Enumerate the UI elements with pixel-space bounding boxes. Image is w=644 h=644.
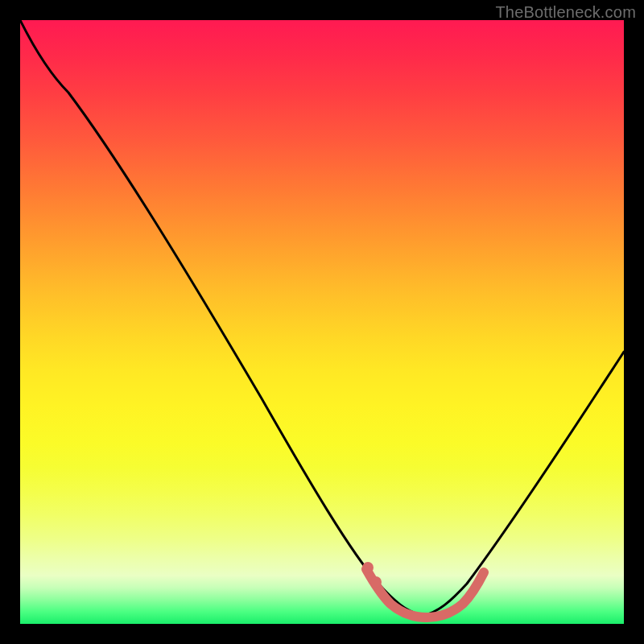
- curve-main: [20, 20, 624, 616]
- highlight-dot-icon: [370, 576, 382, 588]
- chart-svg: [20, 20, 624, 624]
- highlight-dot-icon: [362, 562, 374, 573]
- curve-highlight: [366, 569, 484, 617]
- chart-frame: TheBottleneck.com: [0, 0, 644, 644]
- chart-plot-area: [20, 20, 624, 624]
- watermark-text: TheBottleneck.com: [495, 3, 636, 22]
